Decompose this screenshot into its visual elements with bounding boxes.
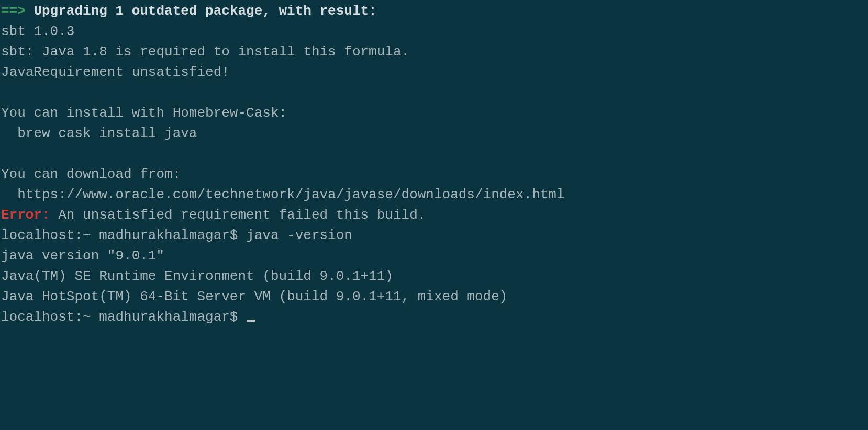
command-java-version: java -version [246,228,352,243]
error-message: An unsatisfied requirement failed this b… [50,207,426,223]
java-runtime-line: Java(TM) SE Runtime Environment (build 9… [1,268,393,284]
error-label: Error: [1,207,50,223]
sbt-version-line: sbt 1.0.3 [1,24,74,39]
brew-cask-command-line: brew cask install java [1,126,197,141]
shell-prompt: localhost:~ madhurakhalmagar$ [1,309,246,325]
download-hint-line: You can download from: [1,166,181,182]
cursor[interactable] [247,320,255,322]
upgrade-header: Upgrading 1 outdated package, with resul… [26,3,377,19]
java-version-output-line: java version "9.0.1" [1,248,164,264]
sbt-java-required-line: sbt: Java 1.8 is required to install thi… [1,44,409,60]
install-cask-hint-line: You can install with Homebrew-Cask: [1,105,287,121]
java-hotspot-line: Java HotSpot(TM) 64-Bit Server VM (build… [1,289,507,304]
download-url-line: https://www.oracle.com/technetwork/java/… [1,187,565,202]
java-requirement-unsatisfied-line: JavaRequirement unsatisfied! [1,64,230,80]
shell-prompt: localhost:~ madhurakhalmagar$ [1,228,246,243]
terminal-output[interactable]: ==> Upgrading 1 outdated package, with r… [0,0,868,327]
brew-arrow: ==> [1,3,26,19]
